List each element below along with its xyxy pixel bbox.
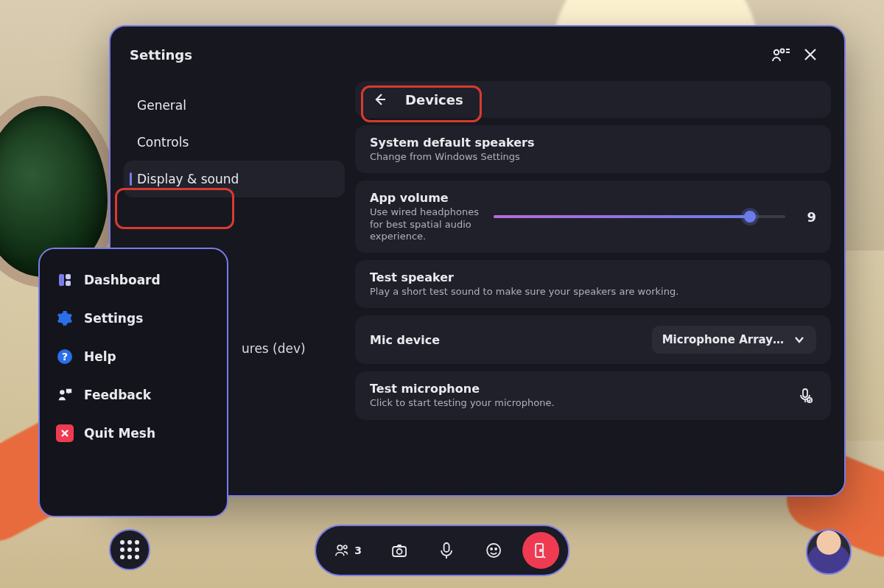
card-subtitle: Play a short test sound to make sure you… — [370, 286, 816, 298]
menu-item-label: Feedback — [84, 388, 151, 402]
volume-slider[interactable] — [494, 209, 785, 224]
leave-button[interactable] — [522, 532, 559, 569]
card-mic-device: Mic device Microphone Array… — [355, 315, 831, 364]
svg-point-17 — [495, 548, 497, 550]
svg-rect-5 — [66, 274, 71, 279]
sidebar-item-label: General — [137, 98, 186, 113]
sidebar-item-label: Controls — [137, 135, 189, 150]
menu-item-settings[interactable]: Settings — [47, 299, 220, 337]
window-header: Settings — [110, 27, 844, 74]
gear-icon — [56, 309, 74, 327]
svg-rect-2 — [803, 389, 807, 397]
card-title: Test microphone — [370, 382, 781, 396]
sidebar-item-display-sound[interactable]: Display & sound — [124, 161, 345, 197]
microphone-test-icon — [794, 385, 816, 407]
card-title: App volume — [370, 191, 480, 205]
sidebar-item-label: Display & sound — [137, 172, 239, 186]
svg-rect-6 — [66, 281, 71, 286]
svg-point-13 — [396, 549, 401, 554]
menu-item-quit[interactable]: Quit Mesh — [47, 414, 220, 452]
svg-point-16 — [491, 548, 492, 550]
main-menu: Dashboard Settings ? Help Feedback Quit … — [38, 248, 228, 517]
chevron-down-icon — [793, 333, 806, 346]
mic-device-selected: Microphone Array… — [662, 333, 784, 346]
bottom-toolbar: 3 — [315, 525, 569, 576]
menu-item-dashboard[interactable]: Dashboard — [47, 261, 220, 299]
card-subtitle: Change from Windows Settings — [370, 151, 554, 163]
card-title: System default speakers — [370, 136, 816, 150]
svg-rect-12 — [393, 547, 406, 556]
window-title: Settings — [130, 47, 766, 63]
svg-point-10 — [337, 545, 342, 550]
app-launcher-button[interactable] — [109, 529, 150, 570]
card-test-microphone[interactable]: Test microphone Click to start testing y… — [355, 371, 831, 419]
svg-rect-4 — [59, 274, 64, 286]
svg-point-1 — [781, 49, 785, 53]
reactions-button[interactable] — [475, 532, 512, 569]
menu-item-help[interactable]: ? Help — [47, 337, 220, 376]
sidebar-item-general[interactable]: General — [124, 87, 345, 124]
camera-button[interactable] — [381, 532, 418, 569]
svg-point-0 — [774, 50, 779, 55]
feedback-icon — [56, 386, 74, 404]
card-title: Test speaker — [370, 270, 816, 284]
svg-point-19 — [540, 550, 541, 551]
card-app-volume: App volume Use wired headphones for best… — [355, 181, 831, 253]
svg-point-15 — [487, 544, 500, 557]
menu-item-label: Dashboard — [84, 273, 161, 287]
close-icon[interactable] — [796, 40, 825, 69]
svg-text:?: ? — [62, 351, 68, 363]
user-avatar[interactable] — [806, 529, 852, 575]
card-test-speaker[interactable]: Test speaker Play a short test sound to … — [355, 260, 831, 308]
svg-rect-14 — [443, 543, 449, 552]
card-subtitle: Use wired headphones for best spatial au… — [370, 206, 480, 242]
participants-button[interactable]: 3 — [325, 532, 371, 569]
mic-device-select[interactable]: Microphone Array… — [652, 326, 816, 354]
dashboard-icon — [56, 271, 74, 289]
card-subtitle: Click to start testing your microphone. — [370, 397, 781, 409]
contacts-icon[interactable] — [766, 40, 796, 69]
menu-item-feedback[interactable]: Feedback — [47, 376, 220, 414]
content-title: Devices — [405, 92, 463, 108]
svg-point-9 — [60, 390, 64, 394]
sidebar-item-label: ures (dev) — [242, 341, 306, 356]
settings-content: Devices System default speakers Change f… — [355, 81, 831, 482]
help-icon: ? — [56, 348, 74, 365]
volume-value: 9 — [799, 209, 816, 225]
quit-icon — [56, 424, 74, 442]
sidebar-item-controls[interactable]: Controls — [124, 124, 345, 161]
participants-count: 3 — [354, 545, 362, 556]
menu-item-label: Quit Mesh — [84, 426, 155, 441]
svg-point-11 — [344, 545, 347, 548]
menu-item-label: Help — [84, 349, 116, 364]
menu-item-label: Settings — [84, 311, 143, 326]
card-system-speakers[interactable]: System default speakers Change from Wind… — [355, 125, 831, 173]
microphone-button[interactable] — [428, 532, 465, 569]
back-arrow-icon[interactable] — [370, 90, 389, 109]
card-title: Mic device — [370, 333, 639, 347]
apps-grid-icon — [120, 540, 139, 559]
content-header: Devices — [355, 81, 831, 118]
